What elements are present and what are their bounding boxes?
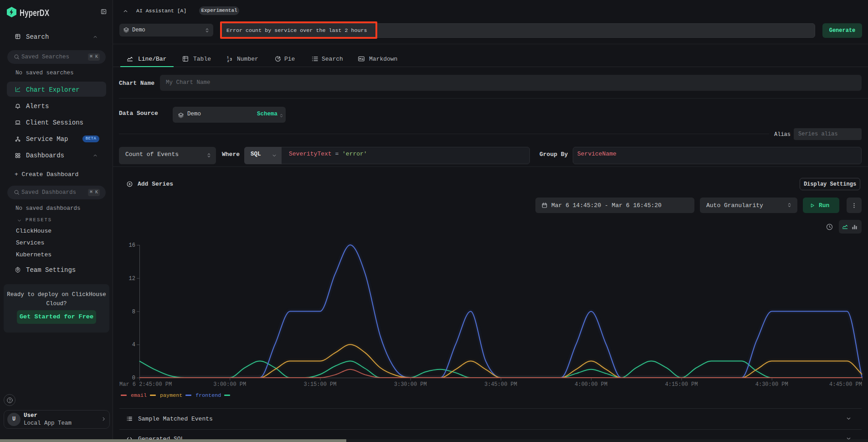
svg-text:3: 3: [230, 57, 232, 62]
svg-text:4:00:00 PM: 4:00:00 PM: [575, 381, 607, 388]
svg-text:4:30:00 PM: 4:30:00 PM: [755, 381, 788, 388]
svg-text:16: 16: [129, 242, 135, 249]
svg-text:4:15:00 PM: 4:15:00 PM: [665, 381, 698, 388]
svg-text:Mar 6 2:45:00 PM: Mar 6 2:45:00 PM: [119, 381, 172, 388]
svg-text:4:45:00 PM: 4:45:00 PM: [829, 381, 862, 388]
svg-text:0: 0: [132, 375, 135, 381]
svg-text:3:15:00 PM: 3:15:00 PM: [303, 381, 336, 388]
svg-text:3:30:00 PM: 3:30:00 PM: [394, 381, 427, 388]
svg-text:4: 4: [132, 342, 135, 348]
svg-text:12: 12: [129, 276, 135, 282]
svg-text:3:45:00 PM: 3:45:00 PM: [484, 381, 517, 388]
svg-text:8: 8: [132, 309, 135, 315]
svg-text:3:00:00 PM: 3:00:00 PM: [213, 381, 246, 388]
svg-text:2: 2: [227, 59, 229, 62]
